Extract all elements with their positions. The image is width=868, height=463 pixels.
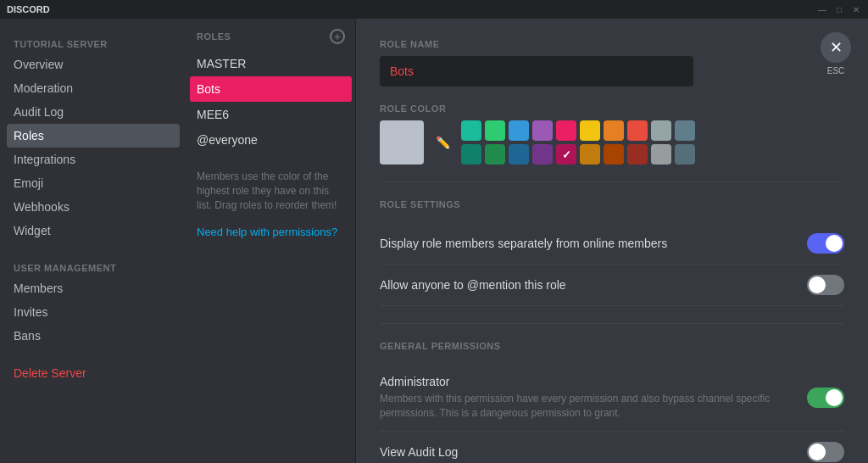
color-swatch[interactable] — [604, 144, 624, 165]
color-swatch[interactable] — [509, 120, 529, 141]
role-item-bots[interactable]: Bots — [190, 76, 352, 102]
user-management-label: USER MANAGEMENT — [7, 256, 180, 276]
color-swatch[interactable] — [675, 120, 695, 141]
setting-administrator: Administrator Members with this permissi… — [380, 365, 844, 432]
sidebar-item-bans[interactable]: Bans — [7, 324, 180, 348]
sidebar-item-audit-log[interactable]: Audit Log — [7, 100, 180, 124]
color-swatch[interactable] — [461, 120, 481, 141]
view-audit-label: View Audit Log — [380, 445, 458, 459]
roles-description: Members use the color of the highest rol… — [186, 159, 355, 222]
sidebar-item-overview[interactable]: Overview — [7, 53, 180, 76]
sidebar-item-moderation[interactable]: Moderation — [7, 76, 180, 100]
roles-label: ROLES — [197, 31, 231, 42]
minimize-button[interactable]: — — [817, 4, 827, 14]
titlebar: DISCORD — □ ✕ — [0, 0, 868, 19]
color-swatch[interactable] — [485, 144, 505, 165]
color-grid — [461, 120, 695, 165]
color-swatch[interactable] — [556, 120, 576, 141]
role-item-master[interactable]: MASTER — [186, 51, 355, 76]
color-picker-row: ✏️ — [380, 120, 844, 165]
color-swatch[interactable] — [651, 144, 671, 165]
esc-label: ESC — [827, 66, 845, 75]
app-title: DISCORD — [7, 4, 50, 14]
delete-server-button[interactable]: Delete Server — [7, 361, 180, 385]
color-swatch[interactable] — [627, 144, 648, 165]
setting-mention: Allow anyone to @mention this role — [380, 265, 844, 306]
color-preview[interactable] — [380, 120, 424, 165]
role-item-everyone[interactable]: @everyone — [186, 127, 355, 153]
sidebar-item-emoji[interactable]: Emoji — [7, 171, 180, 195]
maximize-button[interactable]: □ — [834, 4, 844, 14]
color-swatch[interactable] — [532, 120, 553, 141]
setting2-label: Allow anyone to @mention this role — [380, 278, 566, 292]
window-controls: — □ ✕ — [817, 4, 861, 14]
close-button[interactable]: ✕ ESC — [821, 32, 851, 75]
admin-description: Members with this permission have every … — [380, 392, 804, 421]
role-item-mee6[interactable]: MEE6 — [186, 102, 355, 127]
toggle-view-audit[interactable] — [807, 442, 844, 462]
sidebar-item-invites[interactable]: Invites — [7, 300, 180, 324]
general-permissions-section: GENERAL PERMISSIONS Administrator Member… — [380, 341, 844, 463]
color-swatch[interactable] — [627, 120, 648, 141]
server-section-label: TUTORIAL SERVER — [7, 32, 180, 53]
setting1-label: Display role members separately from onl… — [380, 237, 667, 250]
roles-header: ROLES + — [186, 29, 355, 51]
color-swatch[interactable] — [580, 144, 600, 165]
role-settings-section: ROLE SETTINGS Display role members separ… — [380, 199, 844, 306]
role-name-label: ROLE NAME — [380, 39, 844, 49]
add-role-button[interactable]: + — [330, 29, 345, 44]
color-swatch[interactable] — [556, 144, 576, 165]
setting-display-separately: Display role members separately from onl… — [380, 223, 844, 265]
main-layout: TUTORIAL SERVER Overview Moderation Audi… — [0, 19, 868, 463]
toggle-mention[interactable] — [807, 275, 844, 295]
color-swatch[interactable] — [651, 120, 671, 141]
divider-2 — [380, 323, 844, 324]
color-swatch[interactable] — [675, 144, 695, 165]
roles-panel: ROLES + MASTER Bots MEE6 @everyone Membe… — [186, 19, 356, 463]
admin-info: Administrator Members with this permissi… — [380, 375, 804, 421]
divider-1 — [380, 181, 844, 182]
sidebar-item-roles[interactable]: Roles — [7, 124, 180, 148]
roles-help-link[interactable]: Need help with permissions? — [186, 226, 355, 238]
color-swatch[interactable] — [509, 144, 529, 165]
toggle-administrator[interactable] — [807, 388, 844, 408]
color-swatch[interactable] — [461, 144, 481, 165]
role-color-label: ROLE COLOR — [380, 103, 844, 114]
main-content: ✕ ESC ROLE NAME ROLE COLOR ✏️ ROLE SETTI… — [356, 19, 868, 463]
sidebar-item-webhooks[interactable]: Webhooks — [7, 195, 180, 219]
color-swatch[interactable] — [604, 120, 624, 141]
close-window-button[interactable]: ✕ — [851, 4, 861, 14]
view-audit-info: View Audit Log — [380, 445, 458, 459]
color-swatch[interactable] — [485, 120, 505, 141]
admin-label: Administrator — [380, 375, 804, 388]
color-swatch[interactable] — [580, 120, 600, 141]
setting-view-audit: View Audit Log — [380, 432, 844, 463]
sidebar: TUTORIAL SERVER Overview Moderation Audi… — [0, 19, 186, 463]
toggle-display-separately[interactable] — [807, 233, 844, 254]
sidebar-item-members[interactable]: Members — [7, 276, 180, 300]
role-settings-label: ROLE SETTINGS — [380, 199, 844, 209]
role-name-input[interactable] — [380, 56, 693, 86]
role-color-section: ROLE COLOR ✏️ — [380, 103, 844, 165]
color-swatch[interactable] — [532, 144, 553, 165]
color-edit-icon[interactable]: ✏️ — [432, 132, 453, 153]
sidebar-item-widget[interactable]: Widget — [7, 219, 180, 243]
role-name-section: ROLE NAME — [380, 39, 844, 86]
sidebar-item-integrations[interactable]: Integrations — [7, 148, 180, 171]
general-permissions-label: GENERAL PERMISSIONS — [380, 341, 844, 351]
